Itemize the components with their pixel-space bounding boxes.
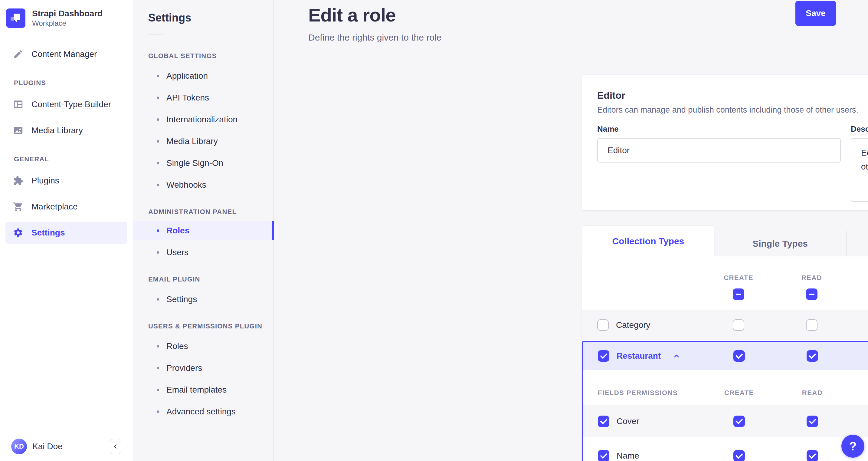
- subnav-item-api-tokens[interactable]: API Tokens: [148, 87, 274, 109]
- role-name-input[interactable]: [597, 138, 841, 163]
- sidebar-item-plugins[interactable]: Plugins: [5, 170, 127, 192]
- marketplace-cart-icon: [13, 202, 23, 212]
- settings-subnav: Settings GLOBAL SETTINGS Application API…: [133, 0, 274, 461]
- help-button[interactable]: ?: [841, 435, 864, 458]
- subnav-item-roles-admin[interactable]: Roles: [133, 221, 274, 240]
- content-manager-icon: [13, 49, 23, 59]
- role-name-heading: Editor: [597, 90, 858, 101]
- sidebar-item-label: Settings: [31, 228, 65, 238]
- subnav-item-media-library[interactable]: Media Library: [148, 131, 274, 152]
- subnav-item-webhooks[interactable]: Webhooks: [148, 174, 274, 196]
- subnav-section-global-settings: GLOBAL SETTINGS: [148, 52, 274, 60]
- fields-permissions-title: FIELDS PERMISSIONS: [598, 389, 678, 397]
- user-name: Kai Doe: [32, 442, 63, 451]
- sidebar-item-content-manager[interactable]: Content Manager: [5, 43, 127, 65]
- sidebar-item-settings[interactable]: Settings: [5, 222, 127, 244]
- divider: [148, 34, 163, 35]
- sidebar-footer: KD Kai Doe: [0, 432, 133, 461]
- restaurant-read-checkbox[interactable]: [807, 350, 818, 362]
- name-row-checkbox[interactable]: [598, 450, 609, 461]
- category-create-checkbox[interactable]: [733, 319, 744, 331]
- restaurant-create-checkbox[interactable]: [733, 350, 745, 362]
- sidebar-item-content-type-builder[interactable]: Content-Type Builder: [5, 93, 127, 115]
- role-description-text: Editors can manage and publish contents …: [597, 105, 858, 115]
- media-library-icon: [13, 125, 23, 136]
- fields-column-create: CREATE: [706, 389, 772, 397]
- permission-row-restaurant: Restaurant Settings: [583, 342, 868, 370]
- row-label-name: Name: [617, 451, 639, 461]
- subnav-item-internationalization[interactable]: Internationalization: [148, 109, 274, 131]
- cover-create-checkbox[interactable]: [733, 415, 745, 427]
- select-all-read-checkbox[interactable]: [806, 288, 817, 300]
- user-avatar[interactable]: KD: [11, 439, 27, 454]
- chevron-left-icon: [113, 443, 119, 450]
- field-row-cover: Cover: [583, 405, 868, 437]
- bullet-icon: [157, 367, 159, 369]
- permissions-table-header: CREATE READ UPDATE DELETE PUBLISH: [582, 256, 868, 310]
- permissions-table-card: CREATE READ UPDATE DELETE PUBLISH Catego…: [582, 256, 868, 461]
- column-header-read: READ: [778, 274, 845, 282]
- select-all-create-checkbox[interactable]: [733, 288, 744, 300]
- restaurant-expanded-section: Restaurant Settings FIELDS PERMISSIONS C…: [582, 341, 868, 461]
- sidebar-item-media-library[interactable]: Media Library: [5, 120, 127, 141]
- sidebar-section-general: GENERAL: [5, 155, 127, 163]
- tab-single-types[interactable]: Single Types: [714, 231, 846, 256]
- tab-collection-types[interactable]: Collection Types: [582, 226, 714, 256]
- subnav-item-email-templates[interactable]: Email templates: [148, 379, 274, 401]
- bullet-icon: [157, 251, 159, 254]
- bullet-icon: [157, 162, 159, 164]
- tab-plugins[interactable]: Plugins: [846, 231, 868, 256]
- sidebar-item-marketplace[interactable]: Marketplace: [5, 196, 127, 218]
- page-subtitle: Define the rights given to the role: [308, 32, 836, 43]
- field-row-name: Name: [583, 437, 868, 461]
- bullet-icon: [157, 229, 159, 232]
- subnav-item-email-settings[interactable]: Settings: [148, 288, 274, 310]
- subnav-section-administration-panel: ADMINISTRATION PANEL: [148, 208, 274, 216]
- bullet-icon: [157, 140, 159, 143]
- subnav-item-roles-uperm[interactable]: Roles: [148, 336, 274, 357]
- sidebar-item-label: Media Library: [31, 125, 83, 135]
- main-content: Edit a role Define the rights given to t…: [274, 0, 868, 461]
- subnav-item-providers[interactable]: Providers: [148, 357, 274, 379]
- role-description-input[interactable]: Editors can manage and publish contents …: [851, 138, 868, 202]
- subnav-item-application[interactable]: Application: [148, 65, 274, 87]
- bullet-icon: [157, 118, 159, 121]
- bullet-icon: [157, 298, 159, 300]
- name-create-checkbox[interactable]: [733, 450, 745, 461]
- bullet-icon: [157, 388, 159, 391]
- sidebar-item-label: Content-Type Builder: [31, 99, 111, 109]
- save-button[interactable]: Save: [796, 1, 836, 26]
- sidebar-item-label: Plugins: [31, 176, 59, 185]
- cover-row-checkbox[interactable]: [598, 415, 609, 427]
- permission-row-category: Category: [582, 310, 868, 340]
- row-label-category[interactable]: Category: [616, 320, 650, 330]
- row-label-restaurant[interactable]: Restaurant: [617, 351, 661, 361]
- subnav-section-email-plugin: EMAIL PLUGIN: [148, 276, 274, 283]
- permissions-tabs: Collection Types Single Types Plugins Se…: [582, 226, 868, 256]
- restaurant-row-checkbox[interactable]: [598, 350, 609, 362]
- sidebar-item-label: Content Manager: [31, 49, 97, 59]
- bullet-icon: [157, 75, 159, 77]
- category-read-checkbox[interactable]: [806, 319, 817, 331]
- chevron-up-icon[interactable]: [673, 352, 680, 359]
- column-header-create: CREATE: [705, 274, 772, 282]
- name-read-checkbox[interactable]: [807, 450, 818, 461]
- subnav-item-advanced-settings[interactable]: Advanced settings: [148, 401, 274, 423]
- bullet-icon: [157, 345, 159, 347]
- strapi-logo-icon: [6, 8, 25, 28]
- bullet-icon: [157, 410, 159, 413]
- fields-permissions-header: FIELDS PERMISSIONS CREATE READ UPDATE: [583, 370, 868, 405]
- bullet-icon: [157, 96, 159, 99]
- sidebar-section-plugins: PLUGINS: [5, 79, 127, 87]
- sidebar-item-label: Marketplace: [31, 202, 78, 211]
- cover-read-checkbox[interactable]: [807, 415, 818, 427]
- brand-header: Strapi Dashboard Workplace: [0, 0, 133, 36]
- role-details-card: Editor Editors can manage and publish co…: [582, 75, 868, 210]
- column-header-update: UPDATE: [851, 274, 868, 282]
- subnav-item-single-sign-on[interactable]: Single Sign-On: [148, 152, 274, 174]
- collapse-sidebar-button[interactable]: [110, 439, 121, 454]
- description-field-label: Description: [851, 124, 868, 134]
- page-header: Edit a role Define the rights given to t…: [274, 0, 868, 43]
- category-row-checkbox[interactable]: [597, 319, 609, 331]
- subnav-item-users[interactable]: Users: [148, 241, 274, 263]
